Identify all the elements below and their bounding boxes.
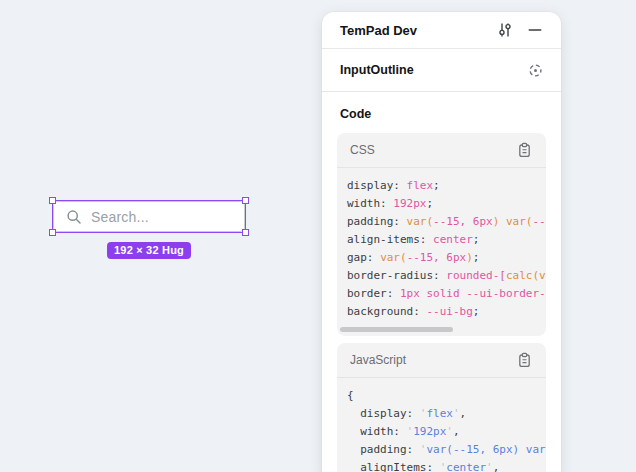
copy-js-button[interactable] <box>512 348 536 372</box>
code-line: width: '192px', <box>347 423 546 441</box>
code-line: width: 192px; <box>347 195 546 213</box>
css-code-card: CSS display: flex;width: 192px;padding: … <box>337 133 546 336</box>
search-input-component[interactable]: Search... <box>53 201 245 232</box>
js-code-card: JavaScript { display: 'flex', width: '19… <box>337 343 546 472</box>
css-card-label: CSS <box>350 143 512 157</box>
code-line: display: flex; <box>347 177 546 195</box>
selected-node-row: InputOutline <box>322 49 561 92</box>
selection-handle-bottom-left[interactable] <box>49 229 56 236</box>
selection-handle-bottom-right[interactable] <box>242 229 249 236</box>
size-badge: 192 × 32 Hug <box>107 242 191 259</box>
search-icon <box>66 209 82 225</box>
code-line: padding: 'var(--15, 6px) var(--15, 6px)'… <box>347 441 546 459</box>
search-placeholder-text: Search... <box>91 209 149 225</box>
code-line: gap: var(--15, 6px); <box>347 249 546 267</box>
code-line: { <box>347 387 546 405</box>
js-card-header: JavaScript <box>337 343 546 378</box>
copy-icon <box>517 142 532 158</box>
code-line: display: 'flex', <box>347 405 546 423</box>
css-horizontal-scrollbar[interactable] <box>340 327 453 332</box>
js-card-label: JavaScript <box>350 353 512 367</box>
minimize-icon <box>528 23 542 37</box>
selection-handle-top-right[interactable] <box>242 197 249 204</box>
code-section-label: Code <box>322 92 561 133</box>
settings-button[interactable] <box>493 18 517 42</box>
selection-handle-top-left[interactable] <box>49 197 56 204</box>
code-line: align-items: center; <box>347 231 546 249</box>
css-card-header: CSS <box>337 133 546 168</box>
js-code-body[interactable]: { display: 'flex', width: '192px', paddi… <box>337 378 546 472</box>
locate-button[interactable] <box>523 58 547 82</box>
sliders-icon <box>497 22 513 38</box>
tempad-dev-panel: TemPad Dev InputOutline <box>322 12 561 472</box>
panel-title: TemPad Dev <box>340 23 493 38</box>
code-line: padding: var(--15, 6px) var(--15, 6px); <box>347 213 546 231</box>
component-name: InputOutline <box>340 63 523 77</box>
code-line: border-radius: rounded-[calc(var(--radiu… <box>347 267 546 285</box>
code-line: border: 1px solid --ui-border-color; <box>347 285 546 303</box>
code-line: background: --ui-bg; <box>347 303 546 321</box>
selected-component: Search... 192 × 32 Hug <box>52 200 246 233</box>
css-code-body[interactable]: display: flex;width: 192px;padding: var(… <box>337 168 546 336</box>
locate-icon <box>528 63 543 78</box>
panel-header: TemPad Dev <box>322 12 561 49</box>
code-line: alignItems: 'center', <box>347 459 546 472</box>
copy-css-button[interactable] <box>512 138 536 162</box>
minimize-button[interactable] <box>523 18 547 42</box>
copy-icon <box>517 352 532 368</box>
